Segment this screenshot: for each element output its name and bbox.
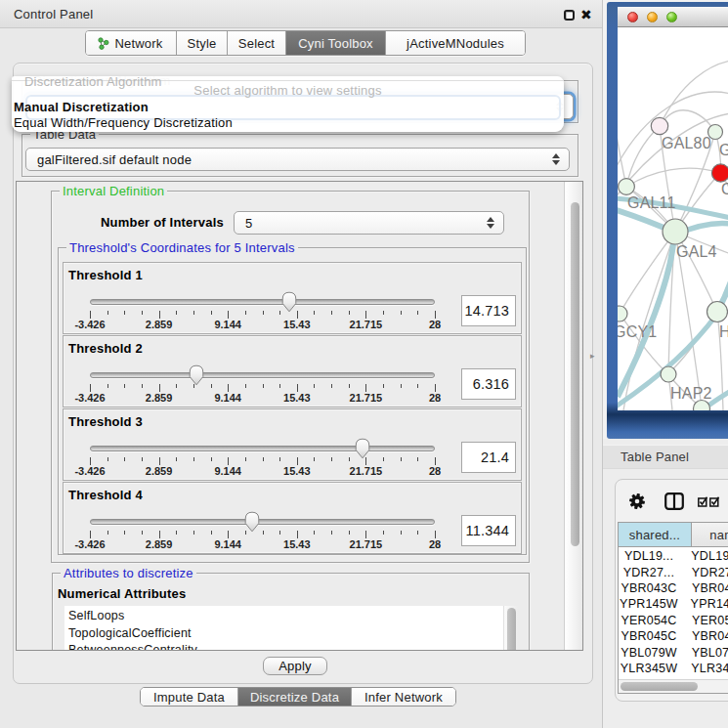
threshold-slider-track[interactable] bbox=[90, 372, 435, 378]
number-of-intervals-value: 5 bbox=[245, 212, 252, 234]
slider-tick bbox=[349, 384, 350, 388]
checkbox-icon[interactable] bbox=[709, 496, 720, 507]
threshold-value-field[interactable]: 6.316 bbox=[461, 368, 516, 400]
slider-tick-label: 2.859 bbox=[130, 538, 189, 550]
algorithm-dropdown-popup: Discretization Algorithm Select algorith… bbox=[12, 76, 564, 132]
table-row[interactable]: YPR145WYPR145W bbox=[619, 596, 728, 612]
cell-shared-name[interactable]: YDL19... bbox=[619, 548, 679, 564]
list-scrollbar[interactable] bbox=[503, 606, 518, 651]
network-node[interactable] bbox=[694, 401, 710, 411]
slider-tick-label: 2.859 bbox=[130, 465, 189, 477]
slider-tick bbox=[417, 531, 418, 535]
network-node[interactable] bbox=[663, 219, 688, 244]
network-node[interactable] bbox=[619, 179, 635, 195]
network-node[interactable] bbox=[707, 302, 728, 322]
cell-name[interactable]: YLR345W bbox=[679, 661, 728, 676]
table-row[interactable]: YBL079WYBL079W bbox=[619, 644, 728, 660]
gear-icon[interactable] bbox=[628, 492, 646, 510]
threshold-slider-track[interactable] bbox=[90, 446, 435, 451]
attribute-list-item[interactable]: TopologicalCoefficient bbox=[68, 625, 192, 643]
slider-tick bbox=[365, 311, 366, 319]
zoom-traffic-light[interactable] bbox=[666, 12, 677, 22]
split-divider-handle[interactable]: ▸ bbox=[590, 351, 598, 361]
cell-shared-name[interactable]: YBL079W bbox=[619, 644, 679, 660]
slider-tick bbox=[401, 531, 402, 535]
cell-name[interactable]: YBR043C bbox=[679, 580, 728, 596]
network-node[interactable] bbox=[711, 164, 728, 182]
threshold-slider-track[interactable] bbox=[90, 519, 435, 525]
table-row[interactable]: YBR045CYBR045C bbox=[619, 628, 728, 644]
table-row[interactable]: YDR27...YDR277C bbox=[619, 564, 728, 579]
apply-button[interactable]: Apply bbox=[263, 657, 327, 675]
table-data-combobox[interactable]: galFiltered.sif default node bbox=[25, 148, 570, 171]
slider-tick bbox=[314, 531, 315, 535]
column-header-shared-name[interactable]: shared... bbox=[619, 523, 692, 546]
tab-style[interactable]: Style bbox=[177, 31, 228, 55]
network-node[interactable] bbox=[651, 117, 667, 134]
tab-cyni-toolbox[interactable]: Cyni Toolbox bbox=[286, 31, 386, 55]
numerical-attributes-list[interactable]: SelfLoopsTopologicalCoefficientBetweenne… bbox=[64, 606, 518, 651]
cell-shared-name[interactable]: YLR345W bbox=[619, 661, 679, 676]
tab-infer-network[interactable]: Infer Network bbox=[352, 688, 455, 706]
close-icon[interactable]: ✖ bbox=[578, 4, 594, 25]
table-row[interactable]: YBR043CYBR043C bbox=[619, 580, 728, 596]
threshold-slider-thumb[interactable] bbox=[355, 438, 370, 459]
threshold-slider-thumb[interactable] bbox=[281, 291, 297, 313]
slider-tick bbox=[417, 384, 418, 388]
network-node[interactable] bbox=[661, 366, 676, 382]
column-header-name[interactable]: name bbox=[692, 523, 728, 546]
tab-network[interactable]: Network bbox=[86, 31, 177, 55]
tab-jactivemnodules[interactable]: jActiveMNodules bbox=[386, 31, 525, 55]
cell-name[interactable]: YBL079W bbox=[679, 644, 728, 660]
threshold-slider-thumb[interactable] bbox=[244, 511, 260, 533]
cell-name[interactable]: YPR145W bbox=[679, 596, 728, 612]
table-scrollbar-thumb[interactable] bbox=[621, 682, 698, 691]
panel-vertical-scrollbar[interactable] bbox=[564, 182, 582, 650]
tab-discretize-data[interactable]: Discretize Data bbox=[238, 688, 352, 706]
tab-select[interactable]: Select bbox=[228, 31, 286, 55]
attribute-list-item[interactable]: SelfLoops bbox=[68, 608, 124, 625]
list-scrollbar-thumb[interactable] bbox=[507, 608, 516, 651]
cell-name[interactable]: YDL194W bbox=[679, 548, 728, 564]
cell-shared-name[interactable]: YDR27... bbox=[619, 564, 679, 579]
cell-shared-name[interactable]: YPR145W bbox=[619, 596, 679, 612]
cell-name[interactable]: YER054C bbox=[679, 613, 728, 628]
panel-scrollbar-thumb[interactable] bbox=[571, 202, 579, 546]
network-canvas[interactable]: GAL80GACGAL11GAL4GCY1HHAP2 bbox=[618, 27, 728, 410]
network-node[interactable] bbox=[618, 306, 627, 321]
slider-tick-label: 15.43 bbox=[268, 319, 326, 330]
attribute-list-item[interactable]: BetweennessCentrality bbox=[68, 642, 197, 651]
window-title: Control Panel bbox=[14, 0, 93, 28]
slider-tick bbox=[159, 531, 160, 538]
settings-scroll-viewport: Interval Definition Number of Intervals … bbox=[16, 181, 583, 651]
close-traffic-light[interactable] bbox=[627, 12, 638, 22]
thresholds-coordinates-group-title: Threshold's Coordinates for 5 Intervals bbox=[66, 240, 298, 255]
minimize-traffic-light[interactable] bbox=[647, 12, 658, 22]
slider-tick bbox=[297, 531, 298, 538]
checkbox-icon[interactable] bbox=[698, 496, 708, 507]
float-window-icon[interactable] bbox=[564, 10, 575, 21]
cell-shared-name[interactable]: YER054C bbox=[619, 613, 679, 628]
dropdown-option-equal-width-frequency[interactable]: Equal Width/Frequency Discretization bbox=[14, 115, 561, 131]
cell-name[interactable]: YDR277C bbox=[679, 564, 728, 579]
columns-icon[interactable] bbox=[664, 492, 684, 510]
table-row[interactable]: YER054CYER054C bbox=[619, 613, 728, 628]
threshold-slider-thumb[interactable] bbox=[189, 364, 204, 386]
slider-tick bbox=[314, 384, 315, 388]
table-panel-title: Table Panel bbox=[621, 450, 689, 464]
threshold-slider-track[interactable] bbox=[90, 299, 435, 305]
threshold-value-field[interactable]: 14.713 bbox=[461, 295, 516, 326]
slider-tick bbox=[211, 457, 212, 461]
cell-shared-name[interactable]: YBR043C bbox=[619, 580, 679, 596]
dropdown-option-manual-discretization[interactable]: Manual Discretization bbox=[14, 100, 561, 115]
table-row[interactable]: YDL19...YDL194W bbox=[619, 548, 728, 564]
threshold-value-field[interactable]: 11.344 bbox=[461, 515, 516, 546]
network-node-label: GAL80 bbox=[662, 135, 711, 151]
cell-name[interactable]: YBR045C bbox=[679, 628, 728, 644]
number-of-intervals-spinner[interactable]: 5 bbox=[234, 211, 504, 235]
table-horizontal-scrollbar[interactable] bbox=[619, 679, 728, 693]
cell-shared-name[interactable]: YBR045C bbox=[619, 628, 679, 644]
threshold-value-field[interactable]: 21.4 bbox=[461, 442, 516, 473]
tab-impute-data[interactable]: Impute Data bbox=[141, 688, 238, 706]
table-row[interactable]: YLR345WYLR345W bbox=[619, 661, 728, 676]
